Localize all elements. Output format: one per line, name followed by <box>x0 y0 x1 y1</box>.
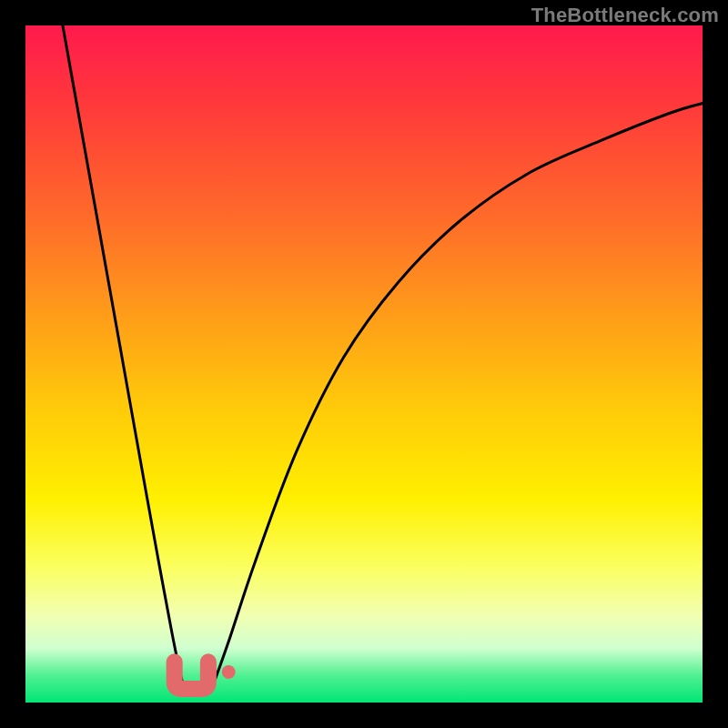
watermark-text: TheBottleneck.com <box>531 4 719 27</box>
curve-right-branch <box>212 104 703 690</box>
plot-area <box>25 25 703 703</box>
bottleneck-curve-chart <box>25 25 703 703</box>
curve-left-branch <box>63 25 188 691</box>
marker-dot <box>222 665 236 679</box>
marker-u-blob <box>175 662 208 689</box>
